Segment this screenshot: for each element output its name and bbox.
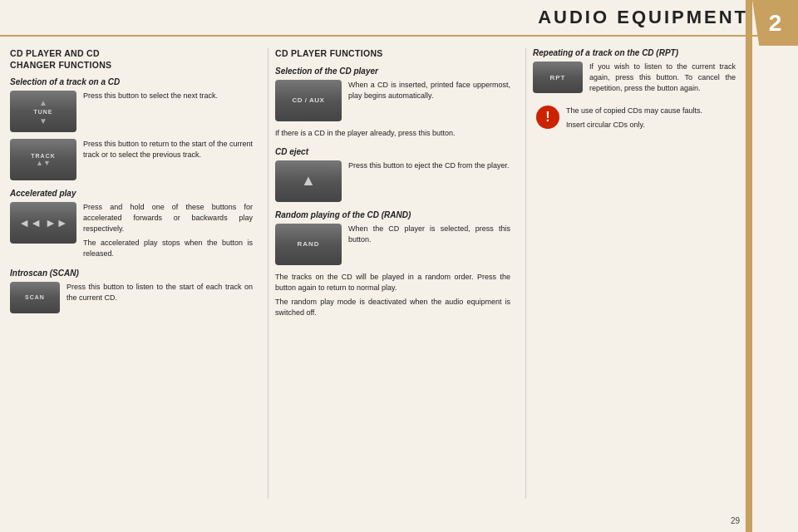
chapter-badge: 2 [752, 0, 798, 46]
warning-line2: Insert circular CDs only. [566, 120, 702, 131]
track-button-image: TRACK ▲▼ [10, 139, 76, 180]
tune-description: Press this button to select the next tra… [83, 91, 218, 101]
cd-selection-title: Selection of the CD player [275, 66, 510, 76]
scan-button-row: SCAN Press this button to listen to the … [10, 282, 253, 313]
page-number: 29 [731, 516, 740, 525]
tune-button-image: ▲ TUNE ▼ [10, 91, 76, 132]
rand-desc-first: When the CD player is selected, press th… [348, 224, 510, 245]
scan-label: SCAN [25, 294, 45, 300]
section-rpt: Repeating of a track on the CD (RPT) RPT… [533, 48, 736, 94]
tune-label: TUNE [33, 109, 52, 115]
section-random-play: Random playing of the CD (RAND) RAND Whe… [275, 210, 510, 318]
eject-description: Press this button to eject the CD from t… [348, 160, 510, 171]
eject-button-row: ▲ Press this button to eject the CD from… [275, 160, 510, 202]
rpt-button-image: RPT [533, 62, 583, 93]
rpt-button-row: RPT If you wish to listen to the current… [533, 62, 736, 94]
tune-up-arrow: ▲ [39, 98, 47, 107]
track-arrows: ▲▼ [36, 159, 51, 167]
warning-line1: The use of copied CDs may cause faults. [566, 106, 702, 116]
rand-desc2: The tracks on the CD will be played in a… [275, 272, 510, 293]
introscan-title: Introscan (SCAN) [10, 268, 253, 278]
mid-main-title: CD PLAYER FUNCTIONS [275, 48, 510, 60]
track-description: Press this button to return to the start… [83, 139, 253, 160]
rand-label: RAND [297, 240, 319, 248]
main-content: CD PLAYER AND CDCHANGER FUNCTIONS Select… [0, 40, 746, 507]
rpt-description: If you wish to listen to the current tra… [589, 62, 736, 94]
ff-icon: ►► [45, 216, 68, 229]
warning-icon: ! [536, 106, 559, 129]
section-cd-eject: CD eject ▲ Press this button to eject th… [275, 147, 510, 202]
header-line [0, 35, 798, 37]
scan-button-image: SCAN [10, 282, 60, 313]
right-column: Repeating of a track on the CD (RPT) RPT… [525, 48, 736, 499]
ffrew-button-image: ◄◄ ►► [10, 202, 76, 244]
section-track-selection: Selection of a track on a CD ▲ TUNE ▼ Pr… [10, 77, 253, 180]
rand-button-image: RAND [275, 224, 342, 265]
cdaux-label: CD / AUX [293, 96, 325, 104]
section-accelerated-play: Accelerated play ◄◄ ►► Press and hold on… [10, 189, 253, 259]
rpt-title: Repeating of a track on the CD (RPT) [533, 48, 736, 57]
cdaux-desc1: When a CD is inserted, printed face uppe… [348, 80, 510, 101]
rew-icon: ◄◄ [18, 216, 42, 229]
cdaux-button-row: CD / AUX When a CD is inserted, printed … [275, 80, 510, 121]
ffrew-desc1: Press and hold one of these buttons for … [83, 202, 253, 234]
warning-box: ! The use of copied CDs may cause faults… [533, 102, 736, 134]
eject-icon: ▲ [301, 172, 316, 190]
track-button-row: TRACK ▲▼ Press this button to return to … [10, 139, 253, 180]
section-cd-player-selection: Selection of the CD player CD / AUX When… [275, 66, 510, 139]
warning-exclamation: ! [545, 110, 549, 125]
accelerated-title: Accelerated play [10, 189, 253, 198]
ffrew-text-block: Press and hold one of these buttons for … [83, 202, 253, 259]
left-column: CD PLAYER AND CDCHANGER FUNCTIONS Select… [10, 48, 259, 499]
track-label: TRACK [31, 153, 56, 159]
rand-title: Random playing of the CD (RAND) [275, 210, 510, 219]
page-header: AUDIO EQUIPMENT [0, 0, 798, 35]
rand-button-row: RAND When the CD player is selected, pre… [275, 224, 510, 265]
rpt-label: RPT [550, 74, 566, 81]
scan-description: Press this button to listen to the start… [66, 282, 253, 303]
ffrew-button-row: ◄◄ ►► Press and hold one of these button… [10, 202, 253, 259]
section-introscan: Introscan (SCAN) SCAN Press this button … [10, 268, 253, 313]
mid-column: CD PLAYER FUNCTIONS Selection of the CD … [268, 48, 517, 499]
track-selection-title: Selection of a track on a CD [10, 77, 253, 86]
cdaux-desc2: If there is a CD in the player already, … [275, 128, 510, 139]
rand-desc3: The random play mode is deactivated when… [275, 297, 510, 318]
tune-button-row: ▲ TUNE ▼ Press this button to select the… [10, 91, 253, 132]
ffrew-desc2: The accelerated play stops when the butt… [83, 238, 253, 259]
eject-button-image: ▲ [275, 160, 342, 202]
warning-text: The use of copied CDs may cause faults. … [566, 106, 702, 131]
eject-title: CD eject [275, 147, 510, 156]
left-main-title: CD PLAYER AND CDCHANGER FUNCTIONS [10, 48, 253, 71]
page-title: AUDIO EQUIPMENT [538, 7, 748, 28]
cdaux-button-image: CD / AUX [275, 80, 342, 121]
side-accent [746, 0, 752, 532]
tune-down-arrow: ▼ [39, 116, 47, 126]
